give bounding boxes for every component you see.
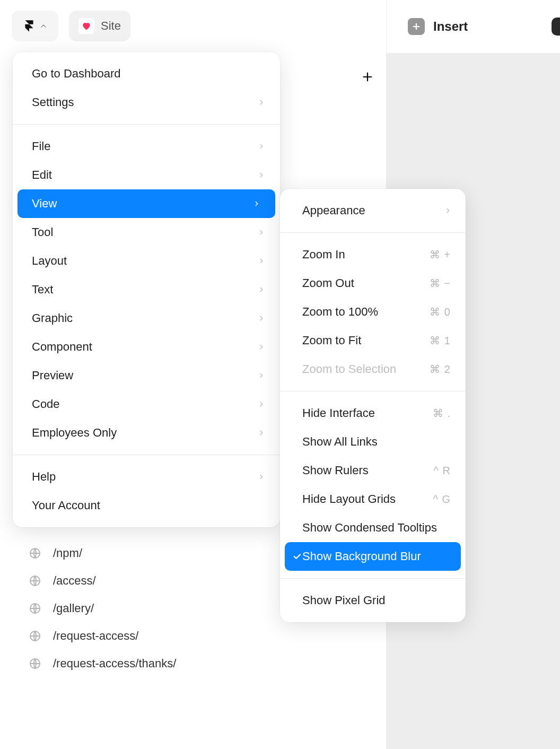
submenu-label: Show Rulers <box>302 464 369 477</box>
submenu-item-pixel-grid[interactable]: Show Pixel Grid <box>280 586 466 615</box>
menu-label: Layout <box>32 254 67 268</box>
submenu-label: Show Background Blur <box>302 550 421 563</box>
submenu-item-show-links[interactable]: Show All Links <box>280 428 466 456</box>
menu-label: File <box>32 140 50 153</box>
globe-icon <box>29 657 41 670</box>
menu-item-employees[interactable]: Employees Only <box>13 419 280 447</box>
page-path: /access/ <box>53 574 96 588</box>
menu-item-preview[interactable]: Preview <box>13 361 280 390</box>
page-path: /request-access/ <box>53 629 138 643</box>
menu-item-help[interactable]: Help <box>13 463 280 491</box>
page-path: /npm/ <box>53 546 82 560</box>
menu-separator <box>280 578 466 579</box>
check-icon <box>292 552 302 561</box>
menu-item-view[interactable]: View <box>18 189 275 218</box>
submenu-item-zoom-selection: Zoom to Selection⌘ 2 <box>280 355 466 384</box>
page-item[interactable]: /request-access/thanks/ <box>29 657 176 670</box>
menu-item-settings[interactable]: Settings <box>13 88 280 117</box>
globe-icon <box>29 630 41 642</box>
submenu-item-zoom-fit[interactable]: Zoom to Fit⌘ 1 <box>280 326 466 355</box>
menu-label: Text <box>32 283 53 297</box>
submenu-label: Show All Links <box>302 435 378 449</box>
menu-item-code[interactable]: Code <box>13 390 280 419</box>
shortcut: ⌘ 0 <box>430 306 451 318</box>
submenu-label: Hide Layout Grids <box>302 492 396 506</box>
page-list: /npm/ /access/ /gallery/ /request-access… <box>29 546 176 670</box>
menu-separator <box>280 391 466 391</box>
page-item[interactable]: /gallery/ <box>29 602 176 615</box>
chevron-right-icon <box>258 372 265 379</box>
submenu-item-bg-blur[interactable]: Show Background Blur <box>285 542 461 571</box>
chevron-right-icon <box>258 429 265 437</box>
chevron-right-icon <box>444 207 452 214</box>
menu-item-edit[interactable]: Edit <box>13 161 280 189</box>
chevron-right-icon <box>258 143 265 150</box>
site-label: Site <box>101 19 121 33</box>
menu-item-account[interactable]: Your Account <box>13 491 280 520</box>
submenu-item-show-rulers[interactable]: Show Rulers^ R <box>280 456 466 485</box>
submenu-item-appearance[interactable]: Appearance <box>280 196 466 225</box>
globe-icon <box>29 574 41 587</box>
site-switcher-button[interactable]: Site <box>69 11 130 41</box>
submenu-label: Zoom In <box>302 248 345 262</box>
menu-label: Employees Only <box>32 426 117 440</box>
heart-icon <box>78 18 94 34</box>
shortcut: ⌘ . <box>433 407 451 420</box>
chevron-right-icon <box>258 473 265 481</box>
right-toolbar: Insert <box>386 0 560 53</box>
app-menu-button[interactable] <box>12 11 58 41</box>
insert-label: Insert <box>433 19 468 34</box>
menu-label: Component <box>32 340 92 354</box>
app-menu-dropdown: Go to Dashboard Settings File Edit View … <box>13 52 280 527</box>
globe-icon <box>29 602 41 615</box>
submenu-item-hide-interface[interactable]: Hide Interface⌘ . <box>280 399 466 428</box>
framer-logo-icon <box>22 19 36 33</box>
chevron-right-icon <box>258 343 265 351</box>
menu-separator <box>13 455 280 455</box>
menu-item-graphic[interactable]: Graphic <box>13 304 280 333</box>
menu-item-dashboard[interactable]: Go to Dashboard <box>13 59 280 88</box>
page-item[interactable]: /access/ <box>29 574 176 588</box>
globe-icon <box>29 547 41 560</box>
submenu-label: Zoom to Fit <box>302 334 361 347</box>
menu-item-layout[interactable]: Layout <box>13 247 280 275</box>
page-path: /request-access/thanks/ <box>53 657 176 670</box>
chevron-right-icon <box>253 200 260 207</box>
menu-item-tool[interactable]: Tool <box>13 218 280 247</box>
submenu-item-zoom-out[interactable]: Zoom Out⌘ − <box>280 269 466 298</box>
plus-icon <box>408 18 425 35</box>
menu-label: Preview <box>32 369 73 382</box>
submenu-label: Zoom to Selection <box>302 362 396 376</box>
add-page-icon[interactable] <box>362 71 373 83</box>
shortcut: ^ G <box>433 493 451 506</box>
menu-label: Code <box>32 397 60 411</box>
submenu-item-zoom-in[interactable]: Zoom In⌘ + <box>280 240 466 269</box>
menu-label: Go to Dashboard <box>32 67 121 81</box>
submenu-item-condensed-tooltips[interactable]: Show Condensed Tooltips <box>280 513 466 542</box>
menu-separator <box>280 232 466 233</box>
menu-item-text[interactable]: Text <box>13 275 280 304</box>
chevron-right-icon <box>258 315 265 322</box>
submenu-item-zoom-100[interactable]: Zoom to 100%⌘ 0 <box>280 298 466 326</box>
page-item[interactable]: /npm/ <box>29 546 176 560</box>
shortcut: ⌘ 1 <box>430 334 451 347</box>
shortcut: ⌘ 2 <box>430 363 451 376</box>
menu-label: Tool <box>32 225 53 239</box>
chevron-right-icon <box>258 99 265 106</box>
insert-button[interactable]: Insert <box>408 18 468 35</box>
submenu-label: Show Pixel Grid <box>302 594 386 607</box>
menu-label: Help <box>32 470 56 484</box>
menu-label: View <box>32 197 57 211</box>
page-item[interactable]: /request-access/ <box>29 629 176 643</box>
shortcut: ^ R <box>434 465 451 477</box>
view-submenu: Appearance Zoom In⌘ + Zoom Out⌘ − Zoom t… <box>280 189 466 622</box>
chevron-right-icon <box>258 286 265 293</box>
menu-item-component[interactable]: Component <box>13 333 280 361</box>
submenu-label: Zoom Out <box>302 276 354 290</box>
menu-separator <box>13 124 280 125</box>
menu-item-file[interactable]: File <box>13 132 280 161</box>
submenu-item-hide-grids[interactable]: Hide Layout Grids^ G <box>280 485 466 513</box>
right-edge-tab[interactable] <box>552 18 560 36</box>
chevron-right-icon <box>258 400 265 408</box>
submenu-label: Appearance <box>302 204 365 217</box>
